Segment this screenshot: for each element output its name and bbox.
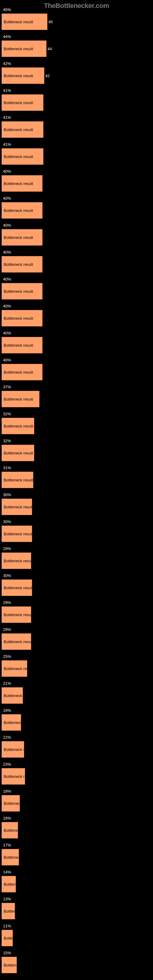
bar-row: 29%Bottleneck result xyxy=(2,606,151,623)
chart-bar: Bottleneck result xyxy=(2,714,21,731)
chart-bar: Bottleneck result xyxy=(2,849,19,865)
bar-label-text: Bottleneck result xyxy=(4,46,33,51)
bar-row: 37%Bottleneck result xyxy=(2,391,151,407)
bar-label-text: Bottleneck result xyxy=(4,936,13,940)
bar-row: 29%Bottleneck result xyxy=(2,633,151,650)
bar-label-text: Bottleneck result xyxy=(4,424,33,428)
bar-label-text: Bottleneck result xyxy=(4,640,31,644)
bar-percent-label: 45% xyxy=(3,7,11,12)
chart-bar: Bottleneck result xyxy=(2,283,43,299)
chart-bar: Bottleneck result xyxy=(2,525,32,542)
bar-label-text: Bottleneck result xyxy=(4,505,32,509)
chart-container: 45%Bottleneck result4544%Bottleneck resu… xyxy=(0,10,153,980)
chart-bar: Bottleneck result xyxy=(2,472,33,488)
bar-row: 29%Bottleneck result xyxy=(2,552,151,569)
chart-bar: Bottleneck result xyxy=(2,94,43,111)
bar-row: 41%Bottleneck result xyxy=(2,148,151,165)
bar-row: 21%Bottleneck result xyxy=(2,687,151,704)
chart-bar: Bottleneck result xyxy=(2,499,32,515)
chart-bar: Bottleneck result xyxy=(2,337,43,353)
chart-bar: Bottleneck result xyxy=(2,768,25,784)
bar-label-text: Bottleneck result xyxy=(4,774,25,779)
chart-bar: Bottleneck result xyxy=(2,148,43,165)
bar-row: 40%Bottleneck result xyxy=(2,256,151,272)
bar-row: 40%Bottleneck result xyxy=(2,175,151,192)
bar-row: 25%Bottleneck result xyxy=(2,660,151,677)
bar-label-text: Bottleneck result xyxy=(4,612,31,617)
bar-row: 32%Bottleneck result xyxy=(2,418,151,434)
chart-bar: Bottleneck result xyxy=(2,202,43,219)
chart-bar: Bottleneck result xyxy=(2,606,31,623)
chart-bar: Bottleneck result xyxy=(2,633,31,650)
bar-label-text: Bottleneck result xyxy=(4,451,33,455)
chart-bar: Bottleneck result xyxy=(2,579,32,596)
bar-percent-label: 32% xyxy=(3,412,11,416)
bar-percent-label: 42% xyxy=(3,61,11,66)
bar-label-text: Bottleneck result xyxy=(4,208,33,213)
bar-percent-label: 44% xyxy=(3,34,11,39)
bar-percent-label: 17% xyxy=(3,843,11,847)
bar-percent-label: 30% xyxy=(3,519,11,524)
bar-percent-label: 41% xyxy=(3,115,11,120)
bar-row: 30%Bottleneck result xyxy=(2,579,151,596)
bar-row: 41%Bottleneck result xyxy=(2,121,151,138)
bar-percent-label: 21% xyxy=(3,681,11,686)
chart-bar: Bottleneck result xyxy=(2,660,27,677)
bar-row: 40%Bottleneck result xyxy=(2,337,151,353)
chart-bar: Bottleneck result xyxy=(2,418,34,434)
chart-bar: Bottleneck result xyxy=(2,822,18,838)
bar-label-text: Bottleneck result xyxy=(4,316,33,321)
bar-label-text: Bottleneck result xyxy=(4,585,32,590)
bar-row: 41%Bottleneck result xyxy=(2,94,151,111)
chart-bar: Bottleneck result xyxy=(2,364,43,380)
bar-percent-label: 30% xyxy=(3,492,11,497)
bar-trailing-value: 44 xyxy=(48,46,52,51)
chart-bar: Bottleneck result xyxy=(2,741,24,758)
bar-row: 45%Bottleneck result45 xyxy=(2,13,151,30)
bar-label-text: Bottleneck result xyxy=(4,343,33,348)
bar-row: 18%Bottleneck result xyxy=(2,795,151,811)
bar-label-text: Bottleneck result xyxy=(4,154,33,159)
bar-percent-label: 41% xyxy=(3,88,11,93)
bar-row: 19%Bottleneck result xyxy=(2,714,151,731)
chart-bar: Bottleneck result xyxy=(2,687,23,704)
bar-label-text: Bottleneck result xyxy=(4,289,33,294)
bar-row: 40%Bottleneck result xyxy=(2,202,151,219)
bar-label-text: Bottleneck result xyxy=(4,73,33,78)
bar-percent-label: 18% xyxy=(3,789,11,794)
bar-row: 40%Bottleneck result xyxy=(2,310,151,326)
bar-label-text: Bottleneck result xyxy=(4,100,33,105)
bar-row: 11%Bottleneck result xyxy=(2,930,151,946)
bar-row: 23%Bottleneck result xyxy=(2,768,151,784)
chart-bar: Bottleneck result xyxy=(2,552,31,569)
chart-bar: Bottleneck result xyxy=(2,445,34,461)
bar-percent-label: 40% xyxy=(3,223,11,228)
chart-bar: Bottleneck result xyxy=(2,67,45,84)
bar-row: 31%Bottleneck result xyxy=(2,472,151,488)
bar-percent-label: 30% xyxy=(3,573,11,578)
bar-percent-label: 40% xyxy=(3,277,11,282)
bar-label-text: Bottleneck result xyxy=(4,828,18,833)
chart-bar: Bottleneck result xyxy=(2,876,16,892)
bar-label-text: Bottleneck result xyxy=(4,801,20,806)
chart-bar: Bottleneck result xyxy=(2,957,17,973)
bar-label-text: Bottleneck result xyxy=(4,558,31,563)
bar-percent-label: 40% xyxy=(3,169,11,173)
bar-label-text: Bottleneck result xyxy=(4,720,21,725)
bar-row: 30%Bottleneck result xyxy=(2,499,151,515)
bar-row: 13%Bottleneck result xyxy=(2,903,151,920)
bar-label-text: Bottleneck result xyxy=(4,127,33,132)
bar-label-text: Bottleneck result xyxy=(4,397,33,401)
bar-percent-label: 15% xyxy=(3,951,11,955)
bar-percent-label: 16% xyxy=(3,816,11,821)
bar-label-text: Bottleneck result xyxy=(4,181,33,186)
bar-percent-label: 40% xyxy=(3,331,11,335)
bar-row: 17%Bottleneck result xyxy=(2,849,151,865)
bar-percent-label: 40% xyxy=(3,196,11,200)
chart-bar: Bottleneck result xyxy=(2,229,43,246)
bar-row: 42%Bottleneck result42 xyxy=(2,67,151,84)
bar-label-text: Bottleneck result xyxy=(4,478,33,482)
bar-percent-label: 32% xyxy=(3,439,11,443)
chart-bar: Bottleneck result xyxy=(2,40,46,57)
bar-label-text: Bottleneck result xyxy=(4,370,33,375)
